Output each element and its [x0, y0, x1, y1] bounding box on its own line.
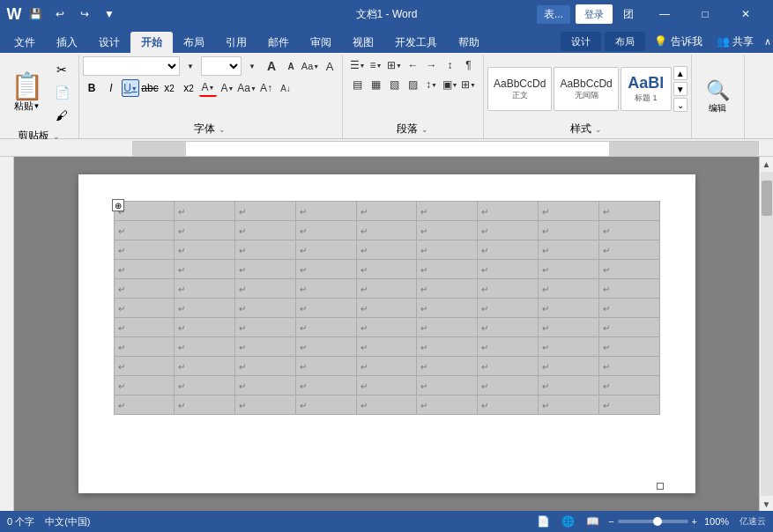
font-size-expand-btn[interactable]: ▼ — [243, 57, 261, 75]
cut-button[interactable]: ✂ — [52, 60, 71, 79]
line-spacing-btn[interactable]: ↕▼ — [423, 76, 441, 93]
redo-button[interactable]: ↪ — [74, 4, 95, 25]
table-design-tab[interactable]: 设计 — [561, 32, 601, 51]
clear-format-btn[interactable]: A — [321, 57, 338, 75]
tab-review[interactable]: 审阅 — [300, 32, 342, 53]
paragraph-group: ☰▼ ≡▼ ⊞▼ ← → ↕ ¶ ▤ ▦ ▧ ▨ ↕▼ ▣▼ ⊞▼ 段落 ⌄ — [343, 55, 484, 138]
style-normal[interactable]: AaBbCcDd 正文 — [487, 67, 552, 111]
font-content: ▼ ▼ A A Aa▼ A B I U▼ abc x2 x2 A▼ A▼ Aa▼ — [83, 56, 338, 122]
zoom-plus-btn[interactable]: + — [692, 516, 697, 527]
table-resize-handle[interactable] — [657, 483, 664, 490]
styles-expand[interactable]: ⌄ — [673, 98, 688, 112]
para-expand-btn[interactable]: ⌄ — [420, 124, 430, 135]
ribbon-collapse-btn[interactable]: ∧ — [762, 36, 773, 48]
font-color-btn[interactable]: A▼ — [199, 79, 217, 97]
tab-file[interactable]: 文件 — [4, 32, 46, 53]
copy-button[interactable]: 📄 — [52, 83, 71, 102]
tab-view[interactable]: 视图 — [342, 32, 384, 53]
tab-mail[interactable]: 邮件 — [257, 32, 300, 53]
style-heading1[interactable]: AaBl 标题 1 — [621, 67, 672, 111]
numbering-btn[interactable]: ≡▼ — [368, 56, 385, 74]
table-move-handle[interactable]: ⊕ — [112, 199, 124, 211]
scroll-down-arrow[interactable]: ▼ — [760, 497, 774, 511]
minimize-button[interactable]: — — [644, 0, 685, 28]
document-page: ⊕ — [78, 174, 695, 493]
table-layout-tab[interactable]: 布局 — [605, 32, 645, 51]
document-area[interactable]: ⊕ — [14, 157, 759, 511]
strikethrough-button[interactable]: abc — [141, 79, 159, 97]
table-cell — [478, 299, 539, 318]
font-size-select[interactable] — [201, 56, 242, 76]
quick-access-dropdown[interactable]: ▼ — [99, 4, 120, 25]
show-marks-btn[interactable]: ¶ — [460, 56, 478, 74]
scroll-thumb[interactable] — [762, 181, 772, 216]
highlight-btn[interactable]: A▼ — [219, 79, 236, 97]
tab-design[interactable]: 设计 — [88, 32, 130, 53]
tab-insert[interactable]: 插入 — [46, 32, 88, 53]
decrease-btn2[interactable]: A↓ — [277, 79, 294, 97]
scroll-track[interactable] — [761, 172, 773, 496]
tab-developer[interactable]: 开发工具 — [384, 32, 448, 53]
underline-button[interactable]: U▼ — [122, 79, 139, 97]
table-cell — [114, 357, 175, 376]
svg-rect-2 — [609, 142, 758, 156]
close-button[interactable]: ✕ — [725, 0, 766, 28]
tell-me-button[interactable]: 💡 告诉我 — [649, 34, 707, 49]
borders-btn[interactable]: ⊞▼ — [460, 76, 478, 93]
view-read-btn[interactable]: 📖 — [583, 513, 601, 530]
zoom-minus-btn[interactable]: − — [608, 516, 613, 527]
tab-references[interactable]: 引用 — [215, 32, 257, 53]
subscript-button[interactable]: x2 — [160, 79, 178, 97]
bold-button[interactable]: B — [83, 79, 100, 97]
table-cell — [175, 202, 235, 221]
tab-layout[interactable]: 布局 — [173, 32, 215, 53]
view-print-btn[interactable]: 📄 — [534, 513, 552, 530]
justify-btn[interactable]: ▨ — [405, 76, 422, 93]
restore-button[interactable]: □ — [685, 0, 725, 28]
format-paint-button[interactable]: 🖌 — [52, 106, 71, 125]
login-button[interactable]: 登录 — [576, 4, 613, 24]
table-cell — [114, 279, 175, 299]
table-cell — [175, 299, 235, 318]
paste-button[interactable]: 📋 粘贴 ▼ — [5, 58, 48, 127]
increase-btn2[interactable]: A↑ — [257, 79, 275, 97]
styles-expand-btn[interactable]: ⌄ — [593, 124, 604, 135]
zoom-thumb[interactable] — [653, 517, 662, 526]
change-case-btn[interactable]: Aa▼ — [301, 57, 319, 75]
tab-home[interactable]: 开始 — [130, 32, 173, 53]
align-center-btn[interactable]: ▦ — [368, 76, 385, 93]
increase-font-btn[interactable]: A — [263, 57, 280, 75]
decrease-indent-btn[interactable]: ← — [405, 56, 422, 74]
scroll-up-arrow[interactable]: ▲ — [760, 157, 774, 171]
shading-btn[interactable]: ▣▼ — [442, 76, 459, 93]
ribbon-right-tabs: 设计 布局 💡 告诉我 👥 共享 ∧ — [561, 32, 773, 53]
multilevel-btn[interactable]: ⊞▼ — [386, 56, 404, 74]
italic-button[interactable]: I — [102, 79, 120, 97]
view-web-btn[interactable]: 🌐 — [559, 513, 576, 530]
font-name-expand-btn[interactable]: ▼ — [182, 57, 199, 75]
save-button[interactable]: 💾 — [25, 4, 46, 25]
sort-btn[interactable]: ↕ — [442, 56, 459, 74]
share-button[interactable]: 👥 共享 — [711, 34, 759, 49]
styles-scroll-down[interactable]: ▼ — [673, 82, 688, 96]
tab-help[interactable]: 帮助 — [448, 32, 490, 53]
para-label-row: 段落 ⌄ — [346, 122, 479, 137]
align-right-btn[interactable]: ▧ — [386, 76, 404, 93]
style-no-spacing[interactable]: AaBbCcDd 无间隔 — [554, 67, 618, 111]
window-group-btn[interactable]: 团 — [618, 4, 639, 25]
font-expand-btn[interactable]: ⌄ — [217, 124, 227, 135]
increase-indent-btn[interactable]: → — [423, 56, 441, 74]
table-cell — [478, 337, 539, 357]
bullets-btn[interactable]: ☰▼ — [349, 56, 367, 74]
undo-button[interactable]: ↩ — [49, 4, 71, 25]
styles-scroll-up[interactable]: ▲ — [673, 66, 688, 80]
table-cell — [538, 337, 598, 357]
superscript-button[interactable]: x2 — [180, 79, 197, 97]
font-name-select[interactable] — [83, 56, 180, 76]
decrease-font-btn[interactable]: A — [282, 57, 300, 75]
editing-search-btn[interactable]: 🔍 编辑 — [696, 76, 739, 118]
design-tab-title[interactable]: 表... — [537, 5, 570, 24]
font-aa-btn[interactable]: Aa▼ — [238, 79, 256, 97]
zoom-track[interactable] — [618, 520, 688, 523]
align-left-btn[interactable]: ▤ — [349, 76, 367, 93]
